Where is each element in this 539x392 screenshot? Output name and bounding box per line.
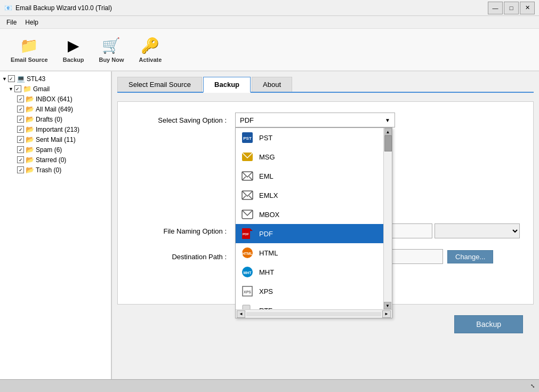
- h-scroll-track: [246, 312, 381, 316]
- checkbox-gmail[interactable]: [14, 85, 21, 92]
- spam-label: Spam (6): [36, 146, 62, 154]
- backup-icon: ▶: [68, 37, 79, 54]
- saving-option-wrapper: PDF ▼ PST PS: [235, 113, 522, 127]
- expand-icon-stl43: ▼: [2, 76, 7, 82]
- backup-button[interactable]: Backup: [454, 315, 523, 333]
- toolbar: 📁 Email Source ▶ Backup 🛒 Buy Now 🔑 Acti…: [0, 29, 539, 71]
- pst-icon: PST: [241, 131, 254, 144]
- checkbox-drafts[interactable]: [17, 116, 24, 123]
- tree-item-starred[interactable]: 📂 Starred (0): [0, 155, 111, 165]
- dropdown-item-pdf[interactable]: PDF PDF: [236, 224, 383, 243]
- dropdown-item-mht[interactable]: MHT MHT: [236, 262, 383, 282]
- mht-icon: MHT: [241, 266, 254, 278]
- tree-item-sentmail[interactable]: 📂 Sent Mail (11): [0, 134, 111, 145]
- backup-toolbar-button[interactable]: ▶ Backup: [57, 34, 91, 66]
- dropdown-item-mbox[interactable]: MBOX: [236, 205, 383, 224]
- allmail-icon: 📂: [26, 105, 34, 113]
- html-label: HTML: [259, 249, 278, 257]
- tree-item-drafts[interactable]: 📂 Drafts (0): [0, 114, 111, 124]
- tab-about[interactable]: About: [252, 77, 292, 92]
- maximize-button[interactable]: □: [504, 2, 519, 14]
- msg-label: MSG: [259, 153, 275, 161]
- tree-item-allmail[interactable]: 📂 All Mail (649): [0, 104, 111, 114]
- svg-text:PST: PST: [243, 136, 252, 141]
- backup-toolbar-label: Backup: [63, 57, 84, 63]
- dropdown-item-xps[interactable]: XPS XPS: [236, 282, 383, 301]
- tree-item-important[interactable]: 📂 Important (213): [0, 124, 111, 134]
- saving-option-control: PDF ▼ PST PS: [235, 113, 522, 127]
- tab-select-email-source[interactable]: Select Email Source: [117, 77, 202, 92]
- svg-marker-11: [250, 228, 253, 231]
- email-source-button[interactable]: 📁 Email Source: [4, 34, 54, 66]
- h-scroll-right-button[interactable]: ►: [382, 310, 391, 318]
- checkbox-stl43[interactable]: [8, 75, 15, 82]
- gmail-icon: 📁: [23, 85, 31, 93]
- spam-icon: 📂: [26, 146, 34, 154]
- expand-icon-gmail: ▼: [9, 86, 13, 92]
- file-naming-label: File Naming Option :: [128, 227, 235, 235]
- important-icon: 📂: [26, 125, 34, 133]
- buy-now-button[interactable]: 🛒 Buy Now: [92, 34, 130, 66]
- inbox-icon: 📂: [26, 95, 34, 103]
- minimize-button[interactable]: —: [488, 2, 503, 14]
- content-area: Select Email Source Backup About Select …: [112, 71, 539, 379]
- dropdown-item-rtf[interactable]: RTF RTF: [236, 301, 383, 309]
- tree-item-gmail[interactable]: ▼ 📁 Gmail: [0, 84, 111, 94]
- inbox-label: INBOX (641): [36, 95, 73, 103]
- checkbox-trash[interactable]: [17, 166, 24, 173]
- svg-line-8: [249, 196, 253, 199]
- buy-now-label: Buy Now: [99, 57, 124, 63]
- checkbox-allmail[interactable]: [17, 106, 24, 113]
- status-bar: ⤡: [0, 379, 539, 392]
- menu-file[interactable]: File: [2, 18, 21, 27]
- svg-line-7: [242, 196, 246, 199]
- xps-icon: XPS: [241, 285, 254, 298]
- dropdown-scroll[interactable]: PST PST MSG: [236, 128, 383, 309]
- tree-item-stl43[interactable]: ▼ 💻 STL43: [0, 74, 111, 84]
- html-icon: HTML: [241, 246, 254, 259]
- email-source-label: Email Source: [11, 57, 48, 63]
- checkbox-inbox[interactable]: [17, 95, 24, 102]
- emlx-label: EMLX: [259, 191, 278, 199]
- resize-grip-icon: ⤡: [530, 383, 535, 389]
- change-path-button[interactable]: Change...: [447, 250, 493, 263]
- dropdown-item-html[interactable]: HTML HTML: [236, 243, 383, 262]
- pdf-icon: PDF: [241, 227, 254, 240]
- saving-option-select[interactable]: PDF ▼: [235, 113, 395, 127]
- scroll-down-button[interactable]: ▼: [384, 302, 391, 309]
- menu-help[interactable]: Help: [21, 18, 43, 27]
- checkbox-spam[interactable]: [17, 146, 24, 153]
- file-naming-select[interactable]: [435, 223, 520, 238]
- pst-label: PST: [259, 134, 272, 142]
- tree-item-spam[interactable]: 📂 Spam (6): [0, 145, 111, 155]
- important-label: Important (213): [36, 126, 79, 133]
- starred-label: Starred (0): [36, 156, 66, 164]
- tab-backup[interactable]: Backup: [203, 77, 251, 93]
- svg-text:PDF: PDF: [243, 233, 249, 236]
- form-content: Select Saving Option : PDF ▼: [117, 101, 534, 305]
- emlx-icon: [241, 189, 254, 202]
- checkbox-starred[interactable]: [17, 156, 24, 163]
- menu-bar: File Help: [0, 16, 539, 29]
- tree-item-inbox[interactable]: 📂 INBOX (641): [0, 94, 111, 104]
- allmail-label: All Mail (649): [36, 106, 73, 113]
- stl43-label: STL43: [27, 75, 45, 83]
- format-dropdown-list: PST PST MSG: [235, 127, 392, 318]
- close-button[interactable]: ✕: [520, 2, 535, 14]
- h-scroll-left-button[interactable]: ◄: [237, 310, 245, 318]
- dropdown-item-eml[interactable]: EML: [236, 166, 383, 186]
- checkbox-sentmail[interactable]: [17, 136, 24, 143]
- buy-now-icon: 🛒: [102, 37, 120, 54]
- activate-button[interactable]: 🔑 Activate: [133, 34, 168, 66]
- scroll-thumb[interactable]: [384, 135, 392, 151]
- dropdown-scrollbar[interactable]: ▲ ▼: [383, 128, 392, 309]
- scroll-up-button[interactable]: ▲: [384, 128, 392, 135]
- saving-option-row: Select Saving Option : PDF ▼: [128, 113, 522, 127]
- dropdown-item-emlx[interactable]: EMLX: [236, 186, 383, 205]
- dropdown-item-msg[interactable]: MSG: [236, 147, 383, 166]
- checkbox-important[interactable]: [17, 126, 24, 133]
- dropdown-horizontal-scroll[interactable]: ◄ ►: [236, 309, 392, 318]
- tree-item-trash[interactable]: 📂 Trash (0): [0, 165, 111, 175]
- svg-text:MHT: MHT: [243, 271, 252, 275]
- dropdown-item-pst[interactable]: PST PST: [236, 128, 383, 147]
